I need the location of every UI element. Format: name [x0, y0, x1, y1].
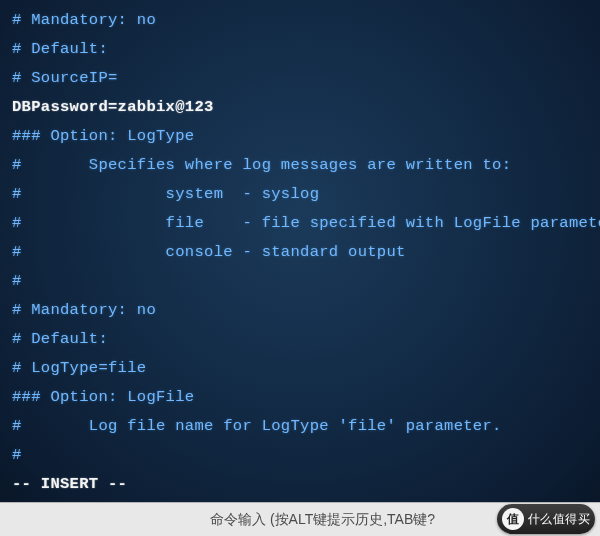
code-line[interactable]: -- INSERT -- [12, 470, 592, 499]
code-line[interactable]: DBPassword=zabbix@123 [12, 93, 592, 122]
code-line[interactable]: # LogType=file [12, 354, 592, 383]
code-line[interactable]: # file - file specified with LogFile par… [12, 209, 592, 238]
code-line[interactable]: # console - standard output [12, 238, 592, 267]
code-line[interactable]: # system - syslog [12, 180, 592, 209]
code-line[interactable]: ### Option: LogType [12, 122, 592, 151]
code-line[interactable]: # Log file name for LogType 'file' param… [12, 412, 592, 441]
code-line[interactable]: # Default: [12, 35, 592, 64]
code-line[interactable]: # [12, 441, 592, 470]
code-line[interactable]: ### Option: LogFile [12, 383, 592, 412]
watermark-badge: 值 什么值得买 [497, 504, 595, 534]
code-line[interactable]: # [12, 267, 592, 296]
command-input-placeholder: 命令输入 (按ALT键提示历史,TAB键? [210, 511, 435, 529]
watermark-icon: 值 [502, 508, 524, 530]
code-line[interactable]: # Default: [12, 325, 592, 354]
terminal-viewport[interactable]: # Mandatory: no# Default:# SourceIP=DBPa… [0, 0, 600, 536]
watermark-text: 什么值得买 [528, 511, 591, 528]
code-line[interactable]: # SourceIP= [12, 64, 592, 93]
code-line[interactable]: # Mandatory: no [12, 296, 592, 325]
code-line[interactable]: # Specifies where log messages are writt… [12, 151, 592, 180]
code-line[interactable]: # Mandatory: no [12, 6, 592, 35]
code-area[interactable]: # Mandatory: no# Default:# SourceIP=DBPa… [12, 6, 592, 499]
